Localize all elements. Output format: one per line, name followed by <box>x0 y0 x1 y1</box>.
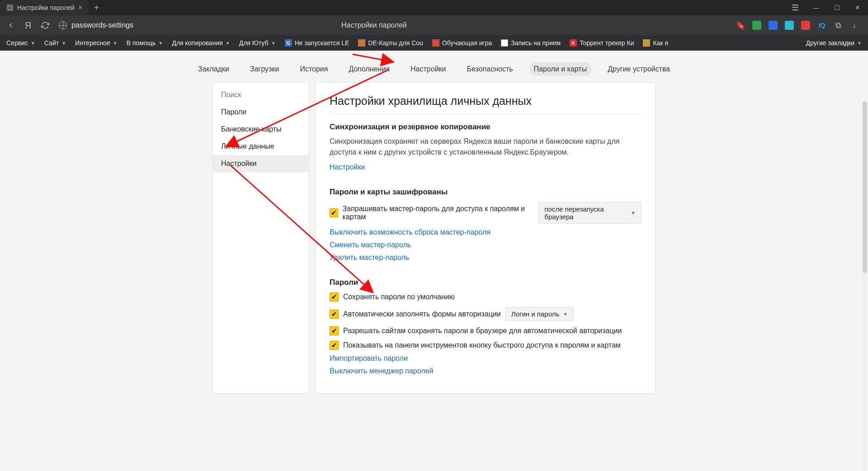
tab-favicon <box>6 4 14 11</box>
extension-icon-3[interactable] <box>801 21 810 30</box>
tab-downloads[interactable]: Загрузки <box>245 62 283 76</box>
settings-main-panel: Настройки хранилища личных данных Синхро… <box>316 82 656 394</box>
tab-settings[interactable]: Настройки <box>406 62 450 76</box>
vertical-scrollbar[interactable] <box>863 101 867 471</box>
disable-reset-link[interactable]: Выключить возможность сброса мастер-паро… <box>330 228 642 236</box>
omnibox[interactable]: passwords-settings Настройки паролей <box>55 18 733 33</box>
delete-master-link[interactable]: Удалить мастер-пароль <box>330 254 642 262</box>
sidebar-search-input[interactable] <box>213 86 309 104</box>
downloads-icon[interactable]: ↓ <box>850 21 859 30</box>
master-password-label: Запрашивать мастер-пароль для доступа к … <box>343 205 534 221</box>
minimize-button[interactable]: — <box>806 0 826 15</box>
bookmark-favicon <box>432 39 439 47</box>
import-passwords-link[interactable]: Импортировать пароли <box>330 354 642 363</box>
tab-passwords-cards[interactable]: Пароли и карты <box>529 62 592 76</box>
reload-button[interactable] <box>38 18 52 33</box>
other-bookmarks[interactable]: Другие закладки▼ <box>803 38 864 48</box>
window-titlebar: Настройки паролей × + ☰ — ☐ ✕ <box>0 0 868 15</box>
section-title-sync: Синхронизация и резервное копирование <box>330 122 642 132</box>
page-content: Закладки Загрузки История Дополнения Нас… <box>0 51 868 471</box>
bookmark-folder[interactable]: Для Ютуб▼ <box>236 38 278 48</box>
autofill-checkbox[interactable]: ✔ <box>330 310 339 319</box>
tab-history[interactable]: История <box>295 62 332 76</box>
bookmark-folder[interactable]: Для копирования▼ <box>169 38 232 48</box>
back-button[interactable] <box>4 18 18 33</box>
bookmark-favicon: K <box>570 39 577 47</box>
section-title-passwords: Пароли <box>330 278 642 287</box>
bookmark-item[interactable]: KТоррент трекер Ки <box>567 38 637 48</box>
settings-sidebar: Пароли Банковские карты Личные данные На… <box>212 82 309 394</box>
close-window-button[interactable]: ✕ <box>847 0 868 15</box>
change-master-link[interactable]: Сменить мастер-пароль <box>330 241 642 249</box>
chevron-down-icon: ▼ <box>61 41 66 46</box>
allow-sites-save-checkbox[interactable]: ✔ <box>330 326 339 335</box>
bookmark-item[interactable]: Как я <box>640 38 671 48</box>
bookmark-item[interactable]: DE-Карты для Cou <box>355 38 425 48</box>
master-password-checkbox[interactable]: ✔ <box>330 208 338 217</box>
bookmark-favicon <box>501 39 508 47</box>
url-text: passwords-settings <box>71 21 133 29</box>
chevron-down-icon: ▼ <box>271 41 276 46</box>
save-passwords-checkbox[interactable]: ✔ <box>330 292 339 301</box>
tab-security[interactable]: Безопасность <box>462 62 518 76</box>
site-info-icon[interactable] <box>59 21 67 29</box>
chevron-down-icon: ▼ <box>563 311 568 317</box>
disable-manager-link[interactable]: Выключить менеджер паролей <box>330 367 642 375</box>
tab-title: Настройки паролей <box>17 4 75 11</box>
chevron-down-icon: ▼ <box>159 41 163 46</box>
yandex-home-button[interactable]: Я <box>21 18 35 33</box>
bookmark-item[interactable]: Запись на прием <box>498 38 563 48</box>
sidebar-item-settings[interactable]: Настройки <box>213 155 309 172</box>
chevron-down-icon: ▼ <box>631 210 636 216</box>
extension-icon-1[interactable] <box>769 21 778 30</box>
extension-icon-iq[interactable]: IQ <box>817 21 826 30</box>
settings-category-tabs: Закладки Загрузки История Дополнения Нас… <box>0 51 868 76</box>
autofill-mode-select[interactable]: Логин и пароль ▼ <box>505 307 574 321</box>
tab-bookmarks[interactable]: Закладки <box>193 62 234 76</box>
bookmark-folder[interactable]: Сайт▼ <box>42 38 69 48</box>
autofill-label: Автоматически заполнять формы авторизаци… <box>343 310 501 318</box>
sidebar-item-cards[interactable]: Банковские карты <box>213 121 309 138</box>
new-tab-button[interactable]: + <box>89 0 104 15</box>
address-bar: Я passwords-settings Настройки паролей 🔖… <box>0 15 868 35</box>
master-password-timing-select[interactable]: после перезапуска браузера ▼ <box>538 202 642 224</box>
bookmark-icon[interactable]: 🔖 <box>736 21 745 30</box>
sidebar-item-personal[interactable]: Личные данные <box>213 138 309 155</box>
bookmark-folder[interactable]: Сервис▼ <box>4 38 38 48</box>
tab-addons[interactable]: Дополнения <box>344 62 394 76</box>
close-tab-icon[interactable]: × <box>78 4 82 11</box>
bookmark-item[interactable]: Обучающая игра <box>429 38 495 48</box>
omnibox-page-title: Настройки паролей <box>341 21 407 29</box>
bookmark-favicon: G <box>285 39 292 47</box>
bookmark-favicon <box>358 39 365 47</box>
bookmark-favicon <box>643 39 650 47</box>
bookmark-folder[interactable]: В помощь▼ <box>124 38 166 48</box>
maximize-button[interactable]: ☐ <box>826 0 847 15</box>
sync-settings-link[interactable]: Настройки <box>330 163 365 171</box>
bookmark-folder[interactable]: Интересное▼ <box>72 38 120 48</box>
show-toolbar-btn-label: Показывать на панели инструментов кнопку… <box>343 341 621 349</box>
extension-icon-2[interactable] <box>785 21 794 30</box>
show-toolbar-btn-checkbox[interactable]: ✔ <box>330 341 339 350</box>
browser-tab[interactable]: Настройки паролей × <box>0 0 89 15</box>
chevron-down-icon: ▼ <box>857 41 862 46</box>
sync-description: Синхронизация сохраняет на серверах Янде… <box>330 136 642 158</box>
extensions-icon[interactable]: ⧉ <box>834 21 843 30</box>
scrollbar-thumb[interactable] <box>863 101 867 273</box>
chevron-down-icon: ▼ <box>31 41 35 46</box>
tab-other-devices[interactable]: Другие устройства <box>603 62 675 76</box>
sidebar-item-passwords[interactable]: Пароли <box>213 104 309 121</box>
page-title: Настройки хранилища личных данных <box>330 94 642 114</box>
chevron-down-icon: ▼ <box>226 41 230 46</box>
bookmark-item[interactable]: GНе запускается LE <box>282 38 352 48</box>
protect-shield-icon[interactable] <box>752 21 761 30</box>
chevron-down-icon: ▼ <box>113 41 118 46</box>
save-passwords-label: Сохранять пароли по умолчанию <box>343 293 455 301</box>
bookmarks-bar: Сервис▼ Сайт▼ Интересное▼ В помощь▼ Для … <box>0 35 868 51</box>
hamburger-menu-icon[interactable]: ☰ <box>785 0 806 15</box>
allow-sites-save-label: Разрешать сайтам сохранять пароли в брау… <box>343 327 622 335</box>
section-title-encrypted: Пароли и карты зашифрованы <box>330 188 642 197</box>
